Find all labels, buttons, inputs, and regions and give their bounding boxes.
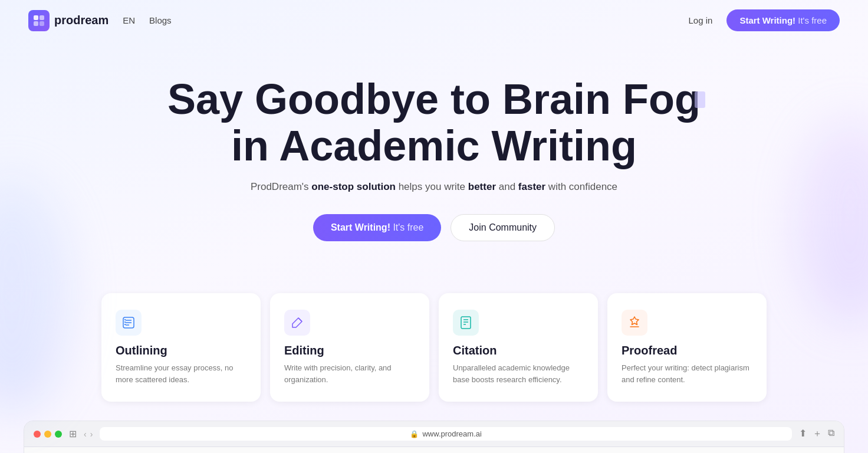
hero-cta-sublabel: It's free bbox=[390, 222, 423, 232]
hero-subtitle-bold1: one-stop solution bbox=[311, 181, 396, 192]
hero-title-line2: in Academic Writing bbox=[231, 122, 637, 169]
svg-rect-8 bbox=[124, 319, 126, 320]
hero-subtitle-end: with confidence bbox=[545, 181, 617, 192]
svg-rect-9 bbox=[124, 321, 126, 323]
browser-dot-yellow bbox=[44, 431, 51, 438]
hero-subtitle: ProdDream's one-stop solution helps you … bbox=[14, 181, 854, 193]
svg-rect-11 bbox=[461, 317, 471, 329]
svg-rect-2 bbox=[34, 21, 38, 26]
browser-bar: ⊞ ‹ › 🔒 www.prodream.ai ⬆ ＋ ⧉ bbox=[24, 421, 844, 447]
svg-rect-3 bbox=[40, 21, 44, 26]
hero-subtitle-and: and bbox=[496, 181, 518, 192]
nav-login[interactable]: Log in bbox=[689, 15, 713, 25]
browser-add-tab-icon[interactable]: ＋ bbox=[813, 428, 822, 440]
nav-right: Log in Start Writing! It's free bbox=[689, 9, 840, 31]
browser-forward-icon[interactable]: › bbox=[90, 429, 93, 439]
logo-icon bbox=[28, 10, 50, 31]
browser-actions: ⬆ ＋ ⧉ bbox=[799, 428, 834, 440]
nav-blogs[interactable]: Blogs bbox=[149, 15, 172, 25]
browser-dot-green bbox=[55, 431, 62, 438]
doc-toolbar: ‹ Research Outline ☁ 🛡 Plagiarism Check … bbox=[24, 447, 844, 453]
hero-join-community-button[interactable]: Join Community bbox=[451, 214, 555, 241]
browser-url-bar: 🔒 www.prodream.ai bbox=[100, 427, 792, 441]
svg-rect-0 bbox=[34, 15, 38, 20]
browser-url: www.prodream.ai bbox=[422, 429, 481, 438]
proofread-desc: Perfect your writing: detect plagiarism … bbox=[622, 362, 752, 385]
editing-icon bbox=[284, 310, 310, 336]
browser-share-icon[interactable]: ⬆ bbox=[799, 428, 807, 440]
nav-cta-button[interactable]: Start Writing! It's free bbox=[726, 9, 840, 31]
hero-actions: Start Writing! It's free Join Community bbox=[14, 214, 854, 241]
browser-back-icon[interactable]: ‹ bbox=[84, 429, 87, 439]
hero-subtitle-intro: ProdDream's bbox=[251, 181, 311, 192]
hero-title: Say Goodbye to Brain Fog in Academic Wri… bbox=[14, 76, 854, 169]
navbar: prodream EN Blogs Log in Start Writing! … bbox=[0, 0, 868, 41]
hero-cta-label: Start Writing! bbox=[331, 222, 390, 232]
nav-cta-label: Start Writing! bbox=[739, 15, 795, 25]
lock-icon: 🔒 bbox=[410, 430, 419, 438]
feature-card-proofread: Proofread Perfect your writing: detect p… bbox=[607, 293, 767, 402]
feature-card-outlining: Outlining Streamline your essay process,… bbox=[101, 293, 261, 402]
browser-dot-red bbox=[34, 431, 41, 438]
browser-tab-icon: ⊞ bbox=[69, 428, 77, 439]
hero-subtitle-bold2: better bbox=[468, 181, 496, 192]
feature-card-citation: Citation Unparalleled academic knowledge… bbox=[439, 293, 598, 402]
citation-desc: Unparalleled academic knowledge base boo… bbox=[453, 362, 584, 385]
feature-card-editing: Editing Write with precision, clarity, a… bbox=[270, 293, 429, 402]
svg-rect-1 bbox=[40, 15, 44, 20]
outlining-icon bbox=[116, 310, 142, 336]
outlining-title: Outlining bbox=[116, 344, 246, 357]
nav-lang[interactable]: EN bbox=[123, 15, 135, 25]
hero-subtitle-mid: helps you write bbox=[396, 181, 468, 192]
browser-nav-buttons: ‹ › bbox=[84, 429, 93, 439]
browser-sidebar-icon[interactable]: ⧉ bbox=[828, 428, 834, 440]
browser-dots bbox=[34, 431, 62, 438]
logo[interactable]: prodream bbox=[28, 10, 108, 31]
proofread-icon bbox=[622, 310, 647, 336]
hero-subtitle-bold3: faster bbox=[518, 181, 545, 192]
editing-desc: Write with precision, clarity, and organ… bbox=[284, 362, 415, 385]
logo-text: prodream bbox=[54, 14, 108, 27]
hero-section: Say Goodbye to Brain Fog in Academic Wri… bbox=[0, 41, 868, 293]
svg-rect-10 bbox=[124, 324, 126, 325]
citation-icon bbox=[453, 310, 479, 336]
nav-left: prodream EN Blogs bbox=[28, 10, 172, 31]
nav-cta-sublabel: It's free bbox=[795, 15, 827, 25]
features-row: Outlining Streamline your essay process,… bbox=[0, 293, 868, 421]
proofread-title: Proofread bbox=[622, 344, 752, 357]
hero-start-writing-button[interactable]: Start Writing! It's free bbox=[313, 214, 441, 241]
editing-title: Editing bbox=[284, 344, 415, 357]
citation-title: Citation bbox=[453, 344, 584, 357]
browser-mockup: ⊞ ‹ › 🔒 www.prodream.ai ⬆ ＋ ⧉ ‹ Research… bbox=[24, 421, 844, 453]
outlining-desc: Streamline your essay process, no more s… bbox=[116, 362, 246, 385]
hero-title-line1: Say Goodbye to Brain Fog bbox=[167, 76, 701, 123]
